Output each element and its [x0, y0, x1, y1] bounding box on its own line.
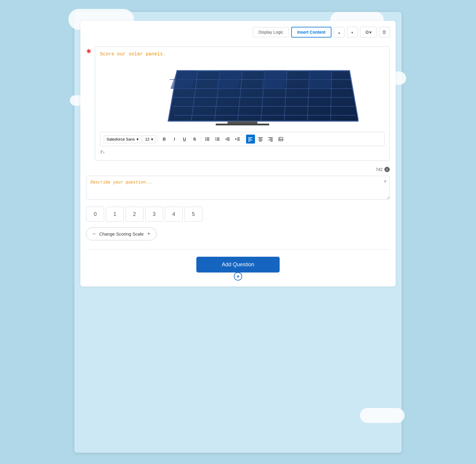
svg-rect-49	[270, 138, 273, 139]
align-center-icon	[258, 137, 263, 141]
clear-description-button[interactable]: ×	[383, 179, 387, 184]
align-left-icon	[248, 137, 253, 141]
close-icon: ×	[383, 178, 387, 184]
score-label: 2	[133, 211, 136, 217]
svg-rect-44	[258, 137, 263, 138]
svg-rect-43	[248, 141, 250, 141]
required-indicator: ✱	[86, 48, 91, 55]
question-text: Score our solar panels.	[100, 52, 385, 57]
score-label: 1	[113, 211, 116, 217]
score-button-5[interactable]: 5	[184, 207, 202, 222]
char-count-row: 742 i	[86, 167, 390, 172]
solar-panel-svg	[126, 62, 358, 127]
card-toolbar: Display Logic Insert Content ⚙ 🗑	[86, 27, 390, 41]
indent-decrease-button[interactable]	[223, 135, 232, 144]
arrow-up-icon	[338, 29, 341, 35]
align-right-button[interactable]	[266, 135, 275, 144]
move-down-button[interactable]	[347, 27, 358, 38]
image-icon	[278, 137, 283, 141]
delete-button[interactable]: 🗑	[379, 27, 390, 38]
scoring-scale-label: Change Scoring Scale	[99, 231, 144, 236]
strikethrough-button[interactable]: S	[190, 135, 199, 144]
font-size-select[interactable]: 12	[143, 135, 156, 143]
score-label: 0	[94, 211, 97, 217]
move-up-button[interactable]	[334, 27, 345, 38]
score-button-0[interactable]: 0	[86, 207, 104, 222]
svg-rect-41	[248, 138, 251, 139]
add-question-plus-icon: +	[234, 272, 242, 281]
arrow-down-icon	[351, 29, 354, 35]
svg-rect-42	[248, 140, 253, 140]
char-count-info-icon[interactable]: i	[384, 167, 390, 172]
section-divider	[86, 249, 390, 250]
description-container: ×	[86, 176, 390, 201]
score-button-2[interactable]: 2	[126, 207, 143, 222]
svg-text:3.: 3.	[215, 139, 217, 141]
question-content-box: Score our solar panels.	[95, 46, 390, 161]
solar-panel-image	[126, 62, 358, 127]
svg-point-20	[205, 138, 206, 138]
char-count: 742	[376, 167, 383, 172]
svg-rect-19	[216, 124, 269, 125]
svg-rect-33	[227, 138, 230, 138]
bold-button[interactable]: B	[160, 135, 169, 144]
insert-content-button[interactable]: Insert Content	[291, 27, 331, 38]
svg-marker-32	[225, 138, 227, 140]
indent-increase-button[interactable]	[233, 135, 242, 144]
svg-rect-27	[217, 138, 220, 138]
font-family-chevron	[137, 137, 139, 141]
svg-rect-21	[206, 138, 209, 138]
bullet-list-icon	[205, 137, 210, 141]
underline-button[interactable]: U	[180, 135, 189, 144]
svg-rect-35	[227, 140, 230, 141]
clear-format-button[interactable]: T x	[100, 150, 104, 155]
align-left-button[interactable]	[246, 135, 255, 144]
clear-format-sub: x	[103, 151, 105, 154]
add-question-button[interactable]: Add Question	[196, 257, 280, 273]
svg-rect-48	[268, 137, 273, 138]
svg-marker-16	[261, 71, 287, 88]
svg-rect-51	[270, 141, 273, 141]
clear-format-icon: T	[100, 150, 103, 155]
svg-rect-52	[279, 137, 283, 141]
score-button-1[interactable]: 1	[106, 207, 124, 222]
rich-text-toolbar: Salesforce Sans 12 B I U S	[100, 132, 385, 146]
font-family-select[interactable]: Salesforce Sans	[104, 135, 141, 143]
page-wrapper: Display Logic Insert Content ⚙ 🗑 ✱ Score…	[74, 12, 402, 453]
svg-rect-40	[248, 137, 253, 138]
font-size-label: 12	[145, 137, 149, 141]
svg-rect-47	[259, 141, 262, 141]
svg-rect-45	[259, 138, 262, 139]
svg-rect-34	[227, 139, 230, 139]
score-label: 5	[192, 211, 195, 217]
change-scoring-scale-button[interactable]: − Change Scoring Scale +	[86, 228, 156, 240]
cloud-decoration	[360, 408, 405, 423]
indent-decrease-icon	[225, 137, 230, 141]
image-button[interactable]	[276, 135, 285, 144]
numbered-list-button[interactable]: 1. 2. 3.	[213, 135, 222, 144]
align-right-icon	[268, 137, 273, 141]
description-textarea[interactable]	[86, 176, 390, 200]
display-logic-button[interactable]: Display Logic	[253, 27, 289, 37]
toolbar-divider-2	[201, 136, 201, 143]
bullet-list-button[interactable]	[203, 135, 212, 144]
rich-text-toolbar-row2: T x	[100, 149, 385, 156]
toolbar-divider-3	[244, 136, 244, 143]
trash-icon: 🗑	[382, 29, 387, 35]
score-button-3[interactable]: 3	[145, 207, 163, 222]
svg-rect-25	[206, 140, 209, 141]
font-family-label: Salesforce Sans	[107, 137, 135, 141]
plus-icon: +	[147, 231, 151, 237]
score-label: 4	[172, 211, 175, 217]
svg-rect-39	[237, 140, 240, 141]
svg-rect-50	[268, 140, 273, 140]
font-size-chevron	[151, 137, 153, 141]
question-area: ✱ Score our solar panels.	[86, 46, 390, 161]
minus-icon: −	[93, 231, 96, 237]
score-button-4[interactable]: 4	[165, 207, 183, 222]
italic-button[interactable]: I	[170, 135, 179, 144]
align-center-button[interactable]	[256, 135, 265, 144]
score-buttons-row: 0 1 2 3 4 5	[86, 207, 390, 222]
settings-button[interactable]: ⚙	[360, 27, 377, 38]
svg-rect-23	[206, 139, 209, 139]
